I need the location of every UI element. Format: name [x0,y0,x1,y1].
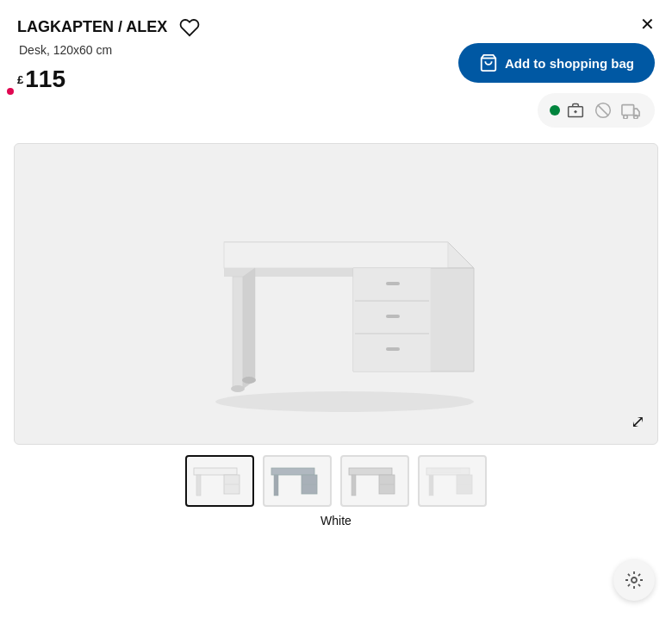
svg-rect-28 [271,468,314,475]
variants-row [185,455,487,507]
header-right: ✕ Add to shopping bag [458,16,655,128]
svg-point-23 [215,391,474,412]
variant-thumb-white-stained[interactable] [418,455,487,507]
svg-rect-17 [386,315,400,318]
variant-thumb-white[interactable] [185,455,254,507]
product-name: LAGKAPTEN / ALEX [17,18,167,37]
truck-icon[interactable] [619,98,643,122]
svg-rect-32 [349,468,392,475]
service-icons-row [538,93,655,128]
selected-variant-label: White [320,514,352,527]
store-icon[interactable] [563,98,588,122]
svg-point-42 [632,577,637,583]
svg-rect-36 [426,468,470,475]
price-currency: £ [17,73,23,86]
ar-view-button[interactable] [613,559,655,601]
svg-point-8 [634,115,638,120]
availability-dot [550,105,560,115]
add-to-bag-label: Add to shopping bag [505,56,634,71]
add-to-bag-button[interactable]: Add to shopping bag [458,43,655,83]
product-description: Desk, 120x60 cm [19,43,202,57]
svg-rect-34 [352,475,356,496]
ar-icon [624,570,644,590]
svg-rect-18 [386,347,400,351]
svg-point-21 [231,385,245,392]
price-value: 115 [25,66,65,93]
svg-marker-20 [243,268,255,389]
svg-rect-38 [429,475,433,496]
svg-rect-6 [622,105,634,115]
svg-rect-16 [386,282,400,285]
variant-thumb-light-grey[interactable] [340,455,409,507]
expand-button[interactable]: ⤢ [631,411,645,432]
bag-icon [479,53,498,72]
product-image-container: ⤢ [14,143,658,445]
svg-rect-30 [274,475,278,496]
svg-rect-26 [196,475,201,496]
svg-point-7 [624,115,628,120]
no-delivery-icon[interactable] [591,98,615,122]
product-info: LAGKAPTEN / ALEX Desk, 120x60 cm £ 115 [17,16,202,93]
product-header: LAGKAPTEN / ALEX Desk, 120x60 cm £ 115 ✕… [0,0,672,136]
close-button[interactable]: ✕ [640,16,655,33]
variant-thumb-grey-blue[interactable] [263,455,332,507]
wishlist-button[interactable] [177,16,202,40]
svg-rect-24 [194,468,237,475]
svg-rect-10 [224,242,448,268]
variants-section: White [0,455,672,527]
product-name-row: LAGKAPTEN / ALEX [17,16,202,40]
svg-point-22 [242,377,256,384]
price-row: £ 115 [17,66,202,93]
svg-line-5 [598,105,608,115]
desk-image [155,173,517,415]
svg-rect-19 [233,277,243,389]
